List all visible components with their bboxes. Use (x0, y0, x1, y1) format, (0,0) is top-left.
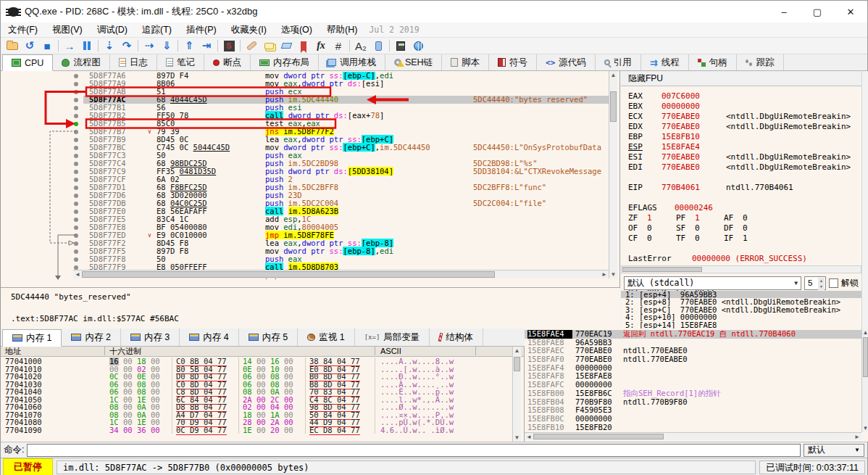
row-dot[interactable] (74, 210, 78, 214)
row-dot[interactable] (74, 249, 78, 254)
row-dot[interactable] (74, 90, 78, 94)
row-dot[interactable] (74, 170, 78, 174)
menu-item-V[interactable]: 视图(V) (45, 22, 90, 38)
calculator-icon[interactable] (392, 38, 409, 53)
registers-vertical-scrollbar[interactable] (861, 71, 868, 329)
argument-row[interactable]: 5: [esp+14] 15E8FAE8 (621, 321, 861, 329)
tab-笔记[interactable]: 笔记 (157, 54, 204, 70)
tab-内存1[interactable]: 内存 1 (2, 329, 62, 347)
bookmarks-icon[interactable] (295, 38, 312, 53)
tab-脚本[interactable]: 脚本 (442, 54, 489, 70)
tab-局部变量[interactable]: [x=]局部变量 (355, 329, 430, 346)
disassembly-rows[interactable]: 5D8F77A6897D F4mov dword ptr ss:[ebp-C],… (1, 72, 609, 279)
stack-row[interactable]: 15E8FB1015E8FB20 (525, 424, 861, 432)
tab-源代码[interactable]: <>源代码 (537, 54, 596, 70)
tab-引用[interactable]: 引用 (596, 54, 641, 70)
registers-pane[interactable]: 隐藏FPU EAX007C6000EBX00000000ECX770EABE0<… (621, 71, 868, 329)
stack-row[interactable]: 15E8FB0015E8FB6C指向SEH_Record[1]的指针 (525, 389, 861, 398)
row-dot[interactable] (74, 194, 78, 198)
hide-fpu-button[interactable]: 隐藏FPU (621, 71, 868, 86)
tab-日志[interactable]: 日志 (110, 54, 157, 70)
tab-断点[interactable]: 断点 (204, 54, 251, 70)
disassembly-vertical-scrollbar[interactable]: ▲ ▼ (609, 71, 617, 278)
row-dot[interactable] (74, 82, 78, 86)
run-to-selection-icon[interactable]: ⇢ (141, 38, 158, 53)
restart-icon[interactable]: ↺ (21, 38, 38, 53)
registers-horizontal-scrollbar[interactable] (621, 265, 861, 273)
row-dot[interactable] (74, 154, 78, 158)
row-dot[interactable] (74, 130, 78, 134)
execute-till-return-icon[interactable]: ⇑ (180, 38, 198, 53)
argument-row[interactable]: 4: [esp+10] 00000000 (621, 313, 861, 321)
stack-row[interactable]: 15E8FAF0770EABE0ntdll.770EABE0 (525, 355, 861, 364)
tab-内存4[interactable]: 内存 4 (180, 329, 238, 346)
memory-dump-pane[interactable]: 地址 十六进制 ASCII 7704100016 00 18 00C0 8B 0… (1, 347, 525, 442)
calling-convention-select[interactable]: 默认 (stdcall) ▼ (624, 276, 801, 290)
tab-内存5[interactable]: 内存 5 (239, 329, 298, 346)
row-dot[interactable] (74, 178, 78, 182)
row-dot[interactable] (74, 265, 78, 270)
menu-item-T[interactable]: 追踪(T) (135, 22, 179, 38)
menu-item-O[interactable]: 选项(O) (274, 22, 320, 38)
tab-内存布局[interactable]: 内存布局 (251, 54, 319, 70)
stack-pane[interactable]: 15E8FAE4770EAC19返回到 ntdll.770EAC19 自 ntd… (525, 329, 868, 442)
step-over-icon[interactable]: ↷ (118, 38, 135, 53)
command-mode-select[interactable]: 默认 ▼ (804, 444, 864, 457)
stack-row[interactable]: 15E8FAE4770EAC19返回到 ntdll.770EAC19 自 ntd… (525, 330, 861, 339)
breakpoint-dot[interactable] (74, 122, 78, 126)
row-dot[interactable] (74, 202, 78, 206)
dump-rows[interactable]: 7704100016 00 18 00C0 8B 04 7714 00 16 0… (1, 358, 512, 442)
comments-icon[interactable] (260, 38, 277, 53)
row-dot[interactable] (74, 257, 78, 262)
scylla-icon[interactable]: S (220, 38, 238, 53)
step-into-icon[interactable]: ⇣ (101, 38, 118, 53)
row-dot[interactable] (74, 106, 78, 110)
tab-流程图[interactable]: 流程图 (53, 54, 110, 70)
tab-调用堆栈[interactable]: 调用堆栈 (319, 54, 385, 70)
stack-vertical-scrollbar[interactable]: ▲ ▼ (861, 329, 868, 432)
pause-icon[interactable] (78, 38, 96, 53)
checkbox-box[interactable] (829, 278, 838, 288)
menu-item-P[interactable]: 插件(P) (179, 22, 224, 38)
labels-icon[interactable] (277, 38, 295, 53)
tab-CPU[interactable]: CPU (2, 54, 53, 71)
menu-item-F[interactable]: 文件(F) (1, 22, 45, 38)
strings-icon[interactable]: A₂ (352, 38, 370, 53)
row-dot[interactable] (74, 74, 78, 78)
command-input[interactable] (27, 444, 801, 457)
dump-vertical-scrollbar[interactable]: ▲ ▼ (512, 347, 521, 442)
row-dot[interactable] (74, 98, 78, 102)
stack-horizontal-scrollbar[interactable]: ◄ ► (525, 432, 861, 440)
run-to-user-code-icon[interactable]: ⇥ (198, 38, 215, 53)
minimize-button[interactable]: – (767, 1, 801, 22)
row-dot[interactable] (74, 218, 78, 222)
tab-线程[interactable]: ⇉线程 (641, 54, 689, 70)
disassembly-pane[interactable]: 5D8F77A6897D F4mov dword ptr ss:[ebp-C],… (1, 71, 620, 287)
menu-item-I[interactable]: 收藏夹(I) (224, 22, 274, 38)
tab-符号[interactable]: 符号 (489, 54, 537, 70)
row-dot[interactable] (74, 186, 78, 190)
row-dot[interactable] (74, 241, 78, 246)
modules-icon[interactable] (370, 38, 387, 53)
menu-item-D[interactable]: 调试(D) (90, 22, 135, 38)
row-dot[interactable] (74, 146, 78, 150)
tab-内存2[interactable]: 内存 2 (62, 329, 120, 346)
row-dot[interactable] (74, 234, 78, 238)
menu-item-H[interactable]: 帮助(H) (320, 22, 364, 38)
tab-内存3[interactable]: 内存 3 (121, 329, 180, 346)
tab-监视1[interactable]: 监视 1 (298, 329, 354, 346)
close-button[interactable]: ✕ (834, 1, 867, 22)
tab-句柄[interactable]: 句柄 (689, 54, 737, 70)
call-arguments-list[interactable]: 1: [esp+4] 96A59BB32: [esp+8] 770EABE0 <… (621, 291, 861, 329)
hash-icon[interactable]: # (330, 38, 347, 53)
row-dot[interactable] (74, 138, 78, 142)
patches-icon[interactable] (243, 38, 260, 53)
argument-count-stepper[interactable]: 5 (804, 276, 826, 290)
run-icon[interactable]: → (61, 38, 78, 53)
register-lines[interactable]: EAX007C6000EBX00000000ECX770EABE0<ntdll.… (628, 91, 860, 294)
unlock-checkbox[interactable]: 解锁 (829, 277, 859, 289)
memory-globe-icon[interactable] (409, 38, 427, 53)
stack-rows[interactable]: 15E8FAE4770EAC19返回到 ntdll.770EAC19 自 ntd… (525, 330, 861, 432)
disassembly-horizontal-scrollbar[interactable]: ◄ ► (73, 270, 609, 278)
dump-row[interactable]: 7704109034 00 36 000C D9 04 771E 00 20 0… (1, 426, 512, 434)
